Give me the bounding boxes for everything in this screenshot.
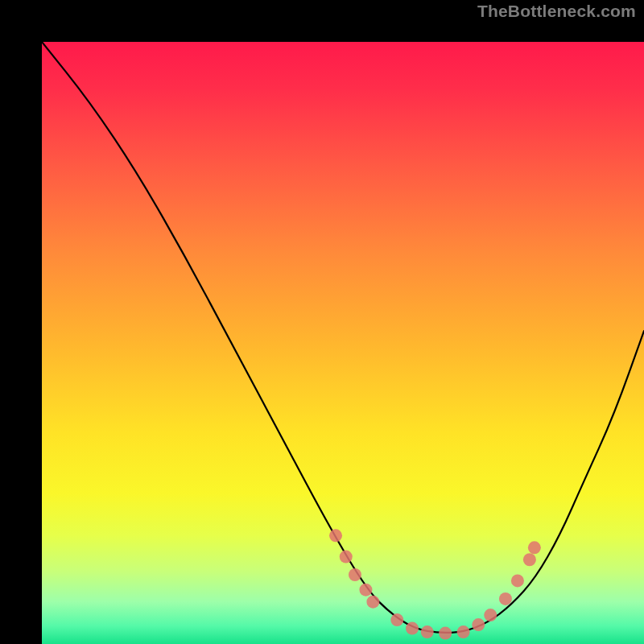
curve-marker-dot <box>359 584 372 597</box>
curve-marker-dot <box>421 625 434 638</box>
curve-marker-dot <box>511 574 524 587</box>
curve-marker-dot <box>528 541 541 554</box>
watermark-text: TheBottleneck.com <box>477 2 636 21</box>
chart-frame <box>0 0 644 644</box>
curve-marker-dot <box>523 553 536 566</box>
curve-marker-dot <box>406 622 419 635</box>
curve-marker-dot <box>484 609 497 621</box>
plot-area <box>42 42 644 644</box>
curve-marker-dots <box>329 529 541 639</box>
curve-marker-dot <box>472 618 485 631</box>
bottleneck-curve-svg <box>42 42 644 644</box>
curve-marker-dot <box>457 625 470 638</box>
bottleneck-curve <box>42 42 644 633</box>
curve-marker-dot <box>390 613 403 626</box>
curve-marker-dot <box>349 568 361 581</box>
curve-marker-dot <box>499 592 512 605</box>
curve-marker-dot <box>439 627 452 640</box>
curve-marker-dot <box>340 551 353 564</box>
curve-marker-dot <box>329 529 342 542</box>
curve-marker-dot <box>366 596 379 609</box>
